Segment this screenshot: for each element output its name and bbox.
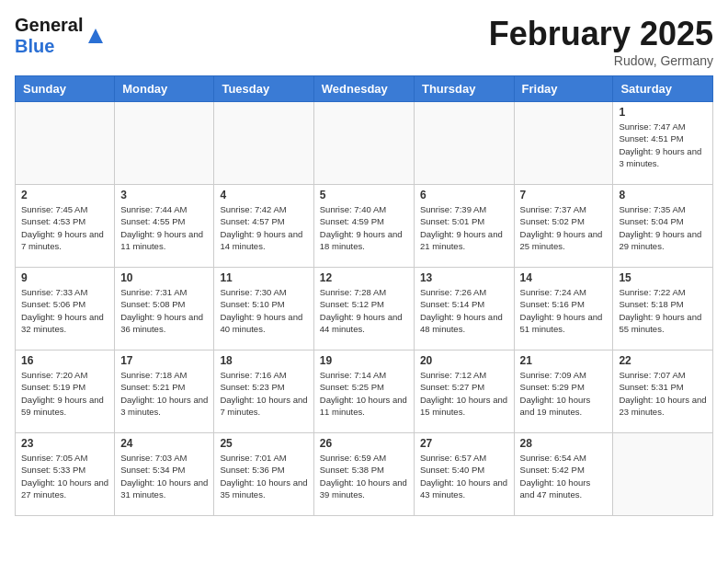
calendar-cell: 10Sunrise: 7:31 AM Sunset: 5:08 PM Dayli… [115, 268, 214, 350]
day-info: Sunrise: 7:28 AM Sunset: 5:12 PM Dayligh… [320, 286, 408, 335]
logo: General Blue [15, 15, 107, 57]
day-info: Sunrise: 7:20 AM Sunset: 5:19 PM Dayligh… [21, 369, 108, 418]
calendar-cell: 25Sunrise: 7:01 AM Sunset: 5:36 PM Dayli… [214, 433, 313, 516]
col-saturday: Saturday [613, 76, 713, 102]
day-number: 5 [320, 189, 408, 201]
calendar-cell: 23Sunrise: 7:05 AM Sunset: 5:33 PM Dayli… [16, 433, 115, 516]
calendar-cell: 20Sunrise: 7:12 AM Sunset: 5:27 PM Dayli… [414, 350, 514, 433]
calendar-cell: 6Sunrise: 7:39 AM Sunset: 5:01 PM Daylig… [414, 185, 514, 268]
col-friday: Friday [514, 76, 613, 102]
week-row-3: 16Sunrise: 7:20 AM Sunset: 5:19 PM Dayli… [16, 350, 713, 433]
day-number: 7 [520, 189, 608, 201]
calendar-cell [115, 102, 214, 185]
col-tuesday: Tuesday [214, 76, 313, 102]
day-info: Sunrise: 7:18 AM Sunset: 5:21 PM Dayligh… [120, 369, 208, 418]
day-number: 16 [21, 354, 108, 367]
day-number: 12 [320, 271, 408, 284]
day-number: 8 [619, 189, 707, 201]
title-area: February 2025 Rudow, Germany [489, 15, 713, 68]
calendar-cell [313, 102, 414, 185]
day-info: Sunrise: 7:35 AM Sunset: 5:04 PM Dayligh… [619, 203, 707, 252]
calendar-cell: 7Sunrise: 7:37 AM Sunset: 5:02 PM Daylig… [514, 185, 613, 268]
calendar-cell: 22Sunrise: 7:07 AM Sunset: 5:31 PM Dayli… [613, 350, 713, 433]
col-thursday: Thursday [414, 76, 514, 102]
calendar-cell: 12Sunrise: 7:28 AM Sunset: 5:12 PM Dayli… [313, 268, 414, 350]
calendar-cell: 2Sunrise: 7:45 AM Sunset: 4:53 PM Daylig… [16, 185, 115, 268]
day-info: Sunrise: 7:30 AM Sunset: 5:10 PM Dayligh… [220, 286, 307, 335]
day-info: Sunrise: 7:01 AM Sunset: 5:36 PM Dayligh… [220, 452, 307, 500]
calendar-cell [214, 102, 313, 185]
logo-icon [85, 25, 107, 47]
logo-general-text: General [15, 15, 83, 35]
day-info: Sunrise: 7:42 AM Sunset: 4:57 PM Dayligh… [220, 203, 307, 252]
calendar-cell: 4Sunrise: 7:42 AM Sunset: 4:57 PM Daylig… [214, 185, 313, 268]
day-number: 26 [320, 437, 408, 450]
calendar-cell [16, 102, 115, 185]
calendar-cell: 27Sunrise: 6:57 AM Sunset: 5:40 PM Dayli… [414, 433, 514, 516]
calendar-cell: 9Sunrise: 7:33 AM Sunset: 5:06 PM Daylig… [16, 268, 115, 350]
day-number: 27 [420, 437, 508, 450]
day-info: Sunrise: 7:47 AM Sunset: 4:51 PM Dayligh… [619, 121, 707, 169]
day-number: 18 [220, 354, 307, 367]
calendar-cell: 3Sunrise: 7:44 AM Sunset: 4:55 PM Daylig… [115, 185, 214, 268]
day-info: Sunrise: 6:59 AM Sunset: 5:38 PM Dayligh… [320, 452, 408, 500]
col-wednesday: Wednesday [313, 76, 414, 102]
calendar-table: Sunday Monday Tuesday Wednesday Thursday… [15, 75, 713, 516]
logo-blue-text: Blue [15, 36, 54, 56]
calendar-cell: 16Sunrise: 7:20 AM Sunset: 5:19 PM Dayli… [16, 350, 115, 433]
day-info: Sunrise: 7:44 AM Sunset: 4:55 PM Dayligh… [120, 203, 208, 252]
calendar-cell [514, 102, 613, 185]
calendar-cell: 18Sunrise: 7:16 AM Sunset: 5:23 PM Dayli… [214, 350, 313, 433]
day-info: Sunrise: 7:07 AM Sunset: 5:31 PM Dayligh… [619, 369, 707, 418]
day-info: Sunrise: 7:09 AM Sunset: 5:29 PM Dayligh… [520, 369, 608, 418]
day-info: Sunrise: 7:22 AM Sunset: 5:18 PM Dayligh… [619, 286, 707, 335]
week-row-2: 9Sunrise: 7:33 AM Sunset: 5:06 PM Daylig… [16, 268, 713, 350]
calendar-cell: 17Sunrise: 7:18 AM Sunset: 5:21 PM Dayli… [115, 350, 214, 433]
day-info: Sunrise: 7:37 AM Sunset: 5:02 PM Dayligh… [520, 203, 608, 252]
calendar-cell: 21Sunrise: 7:09 AM Sunset: 5:29 PM Dayli… [514, 350, 613, 433]
day-number: 6 [420, 189, 508, 201]
calendar-cell: 19Sunrise: 7:14 AM Sunset: 5:25 PM Dayli… [313, 350, 414, 433]
day-info: Sunrise: 7:33 AM Sunset: 5:06 PM Dayligh… [21, 286, 108, 335]
calendar-cell: 14Sunrise: 7:24 AM Sunset: 5:16 PM Dayli… [514, 268, 613, 350]
calendar-cell: 24Sunrise: 7:03 AM Sunset: 5:34 PM Dayli… [115, 433, 214, 516]
calendar-cell [613, 433, 713, 516]
day-number: 15 [619, 271, 707, 284]
header: General Blue February 2025 Rudow, German… [15, 15, 713, 68]
week-row-1: 2Sunrise: 7:45 AM Sunset: 4:53 PM Daylig… [16, 185, 713, 268]
day-number: 25 [220, 437, 307, 450]
day-number: 14 [520, 271, 608, 284]
day-info: Sunrise: 7:40 AM Sunset: 4:59 PM Dayligh… [320, 203, 408, 252]
day-info: Sunrise: 7:26 AM Sunset: 5:14 PM Dayligh… [420, 286, 508, 335]
day-info: Sunrise: 6:57 AM Sunset: 5:40 PM Dayligh… [420, 452, 508, 500]
week-row-0: 1Sunrise: 7:47 AM Sunset: 4:51 PM Daylig… [16, 102, 713, 185]
day-info: Sunrise: 6:54 AM Sunset: 5:42 PM Dayligh… [520, 452, 608, 500]
day-number: 10 [120, 271, 208, 284]
day-number: 23 [21, 437, 108, 450]
day-info: Sunrise: 7:16 AM Sunset: 5:23 PM Dayligh… [220, 369, 307, 418]
day-number: 13 [420, 271, 508, 284]
calendar-cell: 26Sunrise: 6:59 AM Sunset: 5:38 PM Dayli… [313, 433, 414, 516]
day-info: Sunrise: 7:05 AM Sunset: 5:33 PM Dayligh… [21, 452, 108, 500]
day-info: Sunrise: 7:45 AM Sunset: 4:53 PM Dayligh… [21, 203, 108, 252]
day-number: 11 [220, 271, 307, 284]
day-info: Sunrise: 7:12 AM Sunset: 5:27 PM Dayligh… [420, 369, 508, 418]
day-number: 2 [21, 189, 108, 201]
day-info: Sunrise: 7:14 AM Sunset: 5:25 PM Dayligh… [320, 369, 408, 418]
day-number: 9 [21, 271, 108, 284]
day-number: 17 [120, 354, 208, 367]
calendar-cell: 1Sunrise: 7:47 AM Sunset: 4:51 PM Daylig… [613, 102, 713, 185]
col-sunday: Sunday [16, 76, 115, 102]
day-info: Sunrise: 7:39 AM Sunset: 5:01 PM Dayligh… [420, 203, 508, 252]
calendar-cell: 15Sunrise: 7:22 AM Sunset: 5:18 PM Dayli… [613, 268, 713, 350]
location: Rudow, Germany [489, 53, 713, 68]
svg-marker-0 [88, 29, 103, 43]
day-number: 28 [520, 437, 608, 450]
calendar-cell: 5Sunrise: 7:40 AM Sunset: 4:59 PM Daylig… [313, 185, 414, 268]
day-info: Sunrise: 7:31 AM Sunset: 5:08 PM Dayligh… [120, 286, 208, 335]
day-info: Sunrise: 7:03 AM Sunset: 5:34 PM Dayligh… [120, 452, 208, 500]
day-number: 22 [619, 354, 707, 367]
calendar-cell: 28Sunrise: 6:54 AM Sunset: 5:42 PM Dayli… [514, 433, 613, 516]
calendar-cell: 13Sunrise: 7:26 AM Sunset: 5:14 PM Dayli… [414, 268, 514, 350]
day-number: 3 [120, 189, 208, 201]
